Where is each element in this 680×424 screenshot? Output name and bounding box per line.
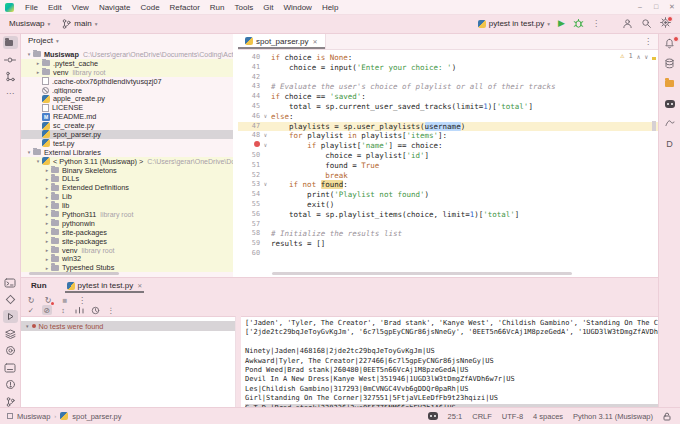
code-line[interactable]: 58# Initialize the results list: [238, 229, 658, 239]
code-line[interactable]: ∨ if playlist['name'] == choice:: [238, 141, 658, 151]
settings-gear-icon[interactable]: [660, 17, 671, 30]
line-number[interactable]: 58: [238, 229, 260, 239]
code-line[interactable]: 52 break: [238, 171, 658, 181]
test-statistics-icon[interactable]: [74, 305, 84, 315]
terminal-tool-button[interactable]: [3, 276, 18, 289]
menu-item-tools[interactable]: Tools: [230, 3, 259, 12]
more-actions-icon[interactable]: ⋮: [592, 19, 600, 28]
tree-row[interactable]: ▸Binary Skeletons: [21, 166, 233, 175]
line-number[interactable]: 44: [238, 92, 260, 102]
run-tool-button[interactable]: [3, 310, 18, 323]
line-number[interactable]: 60: [238, 249, 260, 259]
run-button[interactable]: ▶: [558, 19, 565, 28]
fold-icon[interactable]: ∨: [260, 112, 271, 122]
fold-icon[interactable]: ∨: [260, 141, 271, 151]
project-tool-button[interactable]: [3, 36, 18, 49]
tree-chevron-icon[interactable]: ▸: [43, 238, 51, 244]
breadcrumb-file[interactable]: spot_parser.py: [72, 412, 121, 421]
tree-chevron-icon[interactable]: ▸: [43, 176, 51, 182]
vcs-branch-widget[interactable]: main ▾: [62, 19, 97, 29]
tree-row[interactable]: test.py: [21, 139, 233, 148]
status-item-crlf[interactable]: CRLF: [472, 412, 492, 421]
line-number[interactable]: 47: [238, 122, 260, 132]
code-line[interactable]: 60: [238, 249, 658, 259]
show-passed-icon[interactable]: ✓: [26, 305, 36, 315]
problems-tool-button[interactable]: [3, 378, 18, 391]
tree-chevron-icon[interactable]: ▸: [43, 229, 51, 235]
tree-row[interactable]: MREADME.md: [21, 112, 233, 121]
tree-row[interactable]: ▾< Python 3.11 (Musiswap) >C:\Users\gera…: [21, 157, 233, 166]
python-packages-tool-button[interactable]: [3, 327, 18, 340]
code-line[interactable]: 47 playlists = sp.user_playlists(usernam…: [238, 122, 658, 132]
tree-chevron-icon[interactable]: ▸: [43, 247, 51, 253]
menu-item-help[interactable]: Help: [317, 3, 343, 12]
menu-item-edit[interactable]: Edit: [43, 3, 67, 12]
tree-row[interactable]: ▾MusiswapC:\Users\gerar\OneDrive\Documen…: [21, 50, 233, 59]
tree-row[interactable]: ▸DLLs: [21, 174, 233, 183]
account-icon[interactable]: [622, 18, 633, 29]
editor-tab-spot-parser[interactable]: spot_parser.py ✕: [238, 33, 326, 49]
tree-chevron-icon[interactable]: ▸: [43, 194, 51, 200]
menu-item-navigate[interactable]: Navigate: [94, 3, 136, 12]
line-number[interactable]: 59: [238, 239, 260, 249]
line-number[interactable]: 43: [238, 82, 260, 92]
python-console-tool-button[interactable]: [3, 361, 18, 374]
code-line[interactable]: 51 found = True: [238, 161, 658, 171]
menu-item-refactor[interactable]: Refactor: [165, 3, 205, 12]
next-warning-icon[interactable]: ∨: [644, 53, 648, 60]
code-line[interactable]: 42: [238, 73, 658, 83]
tree-row[interactable]: ▸venvlibrary root: [21, 246, 233, 255]
editor-horizontal-scrollbar[interactable]: [272, 272, 572, 275]
fold-icon[interactable]: ∨: [260, 180, 271, 190]
code-line[interactable]: 57: [238, 220, 658, 230]
line-number[interactable]: 56: [238, 210, 260, 220]
code-line[interactable]: 45 total = sp.current_user_saved_tracks(…: [238, 102, 658, 112]
code-line[interactable]: 55 exit(): [238, 200, 658, 210]
more-tool-windows-icon[interactable]: ⋯: [3, 87, 18, 100]
tree-row[interactable]: ▸pythonwin: [21, 219, 233, 228]
sort-tests-icon[interactable]: ↕: [58, 305, 68, 315]
line-number[interactable]: 40: [238, 53, 260, 63]
status-item-4-spaces[interactable]: 4 spaces: [533, 412, 563, 421]
run-more-options-icon[interactable]: ⋮: [77, 295, 87, 305]
tree-chevron-icon[interactable]: ▸: [43, 211, 51, 217]
tree-chevron-icon[interactable]: ▾: [25, 51, 33, 57]
test-message-row[interactable]: ▾ No tests were found: [21, 321, 235, 331]
bookmarks-tool-button[interactable]: [662, 77, 677, 90]
tree-chevron-icon[interactable]: ▸: [43, 203, 51, 209]
rerun-failed-tests-icon[interactable]: ↻: [43, 295, 53, 305]
code-line[interactable]: 41 choice = input('Enter your choice: '): [238, 63, 658, 73]
inspections-widget[interactable]: ⚠ 1 ∧ ∨: [620, 52, 648, 60]
code-line[interactable]: 54 print('Playlist not found'): [238, 190, 658, 200]
commit-tool-button[interactable]: [3, 53, 18, 66]
project-panel-header[interactable]: Project ▾: [21, 33, 233, 48]
debug-button[interactable]: [573, 18, 584, 29]
line-number[interactable]: 41: [238, 63, 260, 73]
tree-chevron-icon[interactable]: ▸: [34, 69, 42, 75]
tree-chevron-icon[interactable]: ▸: [43, 265, 51, 271]
test-results-tree[interactable]: ▾ No tests were found: [21, 316, 236, 408]
tree-row[interactable]: .cache-otxx76pthdlendivtyusqzj07: [21, 77, 233, 86]
database-tool-button[interactable]: [662, 57, 677, 70]
services-tool-button[interactable]: [3, 293, 18, 306]
tree-chevron-icon[interactable]: ▸: [34, 60, 42, 66]
tree-row[interactable]: ▸Typeshed Stubs: [21, 263, 233, 272]
rerun-icon[interactable]: ↻: [26, 295, 36, 305]
tree-chevron-icon[interactable]: ▾: [34, 158, 42, 164]
close-button[interactable]: ✕: [664, 0, 680, 14]
copilot-status-icon[interactable]: [428, 412, 438, 420]
code-line[interactable]: 50 choice = playlist['id']: [238, 151, 658, 161]
run-console[interactable]: ['Jaden', 'Tyler, The Creator', 'Brad st…: [241, 316, 658, 408]
tree-row[interactable]: sc_create.py: [21, 121, 233, 130]
status-item-utf-8[interactable]: UTF-8: [502, 412, 523, 421]
code-line[interactable]: 56 total = sp.playlist_items(choice, lim…: [238, 210, 658, 220]
line-number[interactable]: 46: [238, 112, 260, 122]
tree-chevron-icon[interactable]: ▸: [43, 167, 51, 173]
maximize-button[interactable]: □: [648, 0, 664, 14]
code-line[interactable]: 48∨ for playlist in playlists['items']:: [238, 131, 658, 141]
line-number[interactable]: 54: [238, 190, 260, 200]
code-line[interactable]: 40if choice is None:: [238, 53, 658, 63]
line-number[interactable]: 53: [238, 180, 260, 190]
tree-chevron-icon[interactable]: ▸: [43, 185, 51, 191]
test-history-icon[interactable]: [90, 305, 100, 315]
